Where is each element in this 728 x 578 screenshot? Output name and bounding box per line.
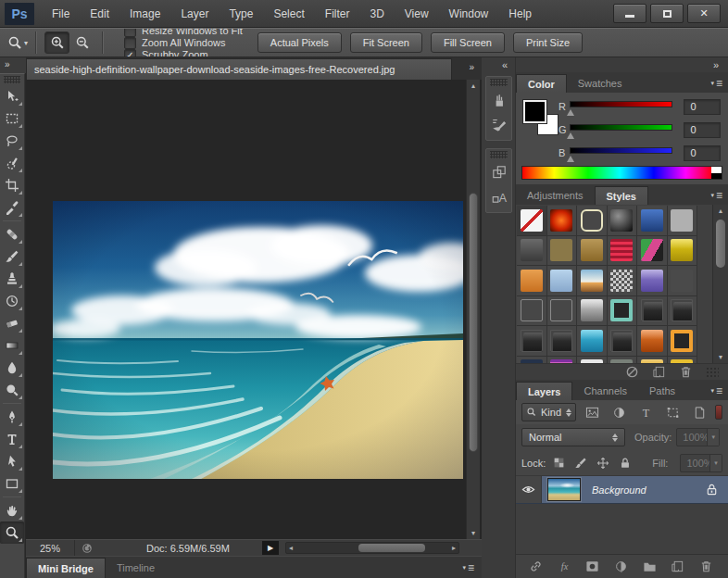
trash-button[interactable] <box>679 365 693 379</box>
horizontal-scrollbar-thumb[interactable] <box>358 544 425 552</box>
style-swatch-33[interactable] <box>577 357 608 364</box>
tool-hand[interactable] <box>0 499 24 521</box>
beach-photo[interactable] <box>53 201 463 479</box>
style-swatch-34[interactable] <box>608 357 638 364</box>
filter-adjust-f-button[interactable] <box>609 406 628 420</box>
tab-overflow-button[interactable]: » <box>469 57 482 80</box>
channel-value-field[interactable]: 0 <box>684 145 721 161</box>
menu-type[interactable]: Type <box>219 0 263 28</box>
style-swatch-14[interactable] <box>547 266 578 296</box>
current-tool-box[interactable]: ▾ <box>7 35 28 50</box>
tool-path-select[interactable] <box>0 450 24 472</box>
slider-marker-icon[interactable] <box>567 156 574 162</box>
menu-edit[interactable]: Edit <box>80 0 119 28</box>
tool-clone-stamp[interactable] <box>0 268 24 290</box>
style-swatch-31[interactable] <box>517 357 547 364</box>
layers-panel-menu-button[interactable]: ▾ ≡ <box>710 384 722 397</box>
dock-grip[interactable] <box>490 151 508 158</box>
panel-button-brush-panel[interactable] <box>486 88 511 112</box>
scroll-right-icon[interactable]: ▸ <box>452 544 456 552</box>
style-swatch-25[interactable] <box>517 326 547 357</box>
minimize-button[interactable] <box>613 4 646 23</box>
slider-marker-icon[interactable] <box>567 109 574 116</box>
folder-button[interactable] <box>643 559 657 573</box>
channel-slider[interactable] <box>570 147 673 154</box>
style-swatch-8[interactable] <box>547 236 578 267</box>
panel-button-brush-presets[interactable] <box>486 112 511 136</box>
menu-help[interactable]: Help <box>498 0 542 28</box>
scroll-up-icon[interactable]: ▴ <box>467 82 480 90</box>
checkbox-scrubby-zoom[interactable]: ✓Scrubby Zoom <box>124 49 243 58</box>
fit-screen-button[interactable]: Fit Screen <box>350 32 422 53</box>
style-swatch-16[interactable] <box>608 266 638 296</box>
zoom-in-button[interactable] <box>44 31 69 54</box>
scroll-down-icon[interactable]: ▾ <box>713 353 728 361</box>
style-swatch-20[interactable] <box>547 296 578 327</box>
horizontal-scrollbar[interactable]: ◂ ▸ <box>285 542 459 554</box>
menu-image[interactable]: Image <box>119 0 170 28</box>
style-swatch-1[interactable] <box>517 206 547 236</box>
filter-pixel-button[interactable] <box>583 406 601 420</box>
style-swatch-23[interactable] <box>637 296 668 327</box>
style-swatch-18[interactable] <box>668 266 698 296</box>
maximize-button[interactable] <box>650 4 684 23</box>
tool-healing[interactable] <box>0 223 24 245</box>
style-swatch-6[interactable] <box>668 206 698 236</box>
zoom-level-field[interactable]: 25% <box>26 543 74 554</box>
dock-grip[interactable] <box>490 79 508 86</box>
style-swatch-30[interactable] <box>668 326 698 357</box>
zoom-out-button[interactable] <box>69 31 94 54</box>
style-swatch-28[interactable] <box>608 326 638 357</box>
panel-menu-button[interactable]: ▾ ≡ <box>462 557 474 578</box>
styles-panel-menu-button[interactable]: ▾ ≡ <box>710 189 722 202</box>
layer-visibility-toggle[interactable] <box>516 476 542 503</box>
style-swatch-35[interactable] <box>637 357 668 364</box>
toolbar-expand-button[interactable]: » <box>0 57 26 73</box>
filter-type-f-button[interactable]: T <box>636 406 655 420</box>
panel-button-clone-source[interactable] <box>486 160 511 184</box>
tool-marquee[interactable] <box>0 107 24 130</box>
lock-checker-button[interactable] <box>553 457 565 470</box>
menu-file[interactable]: File <box>42 0 80 28</box>
tool-pen[interactable] <box>0 406 24 428</box>
spectrum-endcaps[interactable] <box>711 167 722 179</box>
color-panel-menu-button[interactable]: ▾ ≡ <box>710 77 722 90</box>
opacity-dropdown[interactable]: 100% ▾ <box>676 428 720 446</box>
checkbox-zoom-all-windows[interactable]: Zoom All Windows <box>124 37 243 49</box>
styles-scrollbar[interactable]: ▴ ▾ <box>712 205 728 363</box>
style-swatch-2[interactable] <box>547 206 578 236</box>
tab-adjustments[interactable]: Adjustments <box>516 186 595 205</box>
tool-quick-select[interactable] <box>0 152 24 174</box>
styles-scrollbar-thumb[interactable] <box>716 220 725 268</box>
style-swatch-36[interactable] <box>668 357 698 364</box>
tab-layers[interactable]: Layers <box>516 382 572 400</box>
layer-filter-kind-dropdown[interactable]: Kind <box>521 403 576 421</box>
tab-paths[interactable]: Paths <box>638 382 686 400</box>
fx-button[interactable]: fx <box>558 559 571 573</box>
menu-layer[interactable]: Layer <box>170 0 219 28</box>
style-swatch-12[interactable] <box>668 236 698 267</box>
style-swatch-21[interactable] <box>577 296 608 327</box>
tool-eraser[interactable] <box>0 312 24 334</box>
tab-color[interactable]: Color <box>516 74 567 93</box>
print-size-button[interactable]: Print Size <box>513 32 583 53</box>
channel-slider[interactable] <box>570 124 673 131</box>
lock-brush-sm-button[interactable] <box>574 457 587 470</box>
tab-channels[interactable]: Channels <box>572 382 637 400</box>
foreground-color-swatch[interactable] <box>523 100 546 123</box>
status-flyout-button[interactable]: ▶ <box>262 541 279 555</box>
style-swatch-5[interactable] <box>637 206 668 236</box>
style-swatch-24[interactable] <box>668 296 698 327</box>
toolbar-grip[interactable] <box>4 76 20 83</box>
style-swatch-27[interactable] <box>577 326 608 357</box>
tab-styles[interactable]: Styles <box>595 186 648 205</box>
checkbox-icon[interactable]: ✓ <box>124 49 136 58</box>
scroll-down-icon[interactable]: ▾ <box>467 529 480 537</box>
blend-mode-dropdown[interactable]: Normal <box>521 428 625 446</box>
adjust-button[interactable] <box>614 559 628 573</box>
style-swatch-4[interactable] <box>608 206 638 236</box>
tool-brush[interactable] <box>0 245 24 268</box>
style-swatch-11[interactable] <box>637 236 668 267</box>
style-swatch-32[interactable] <box>547 357 578 364</box>
vertical-scrollbar[interactable]: ▴ ▾ <box>466 80 480 539</box>
